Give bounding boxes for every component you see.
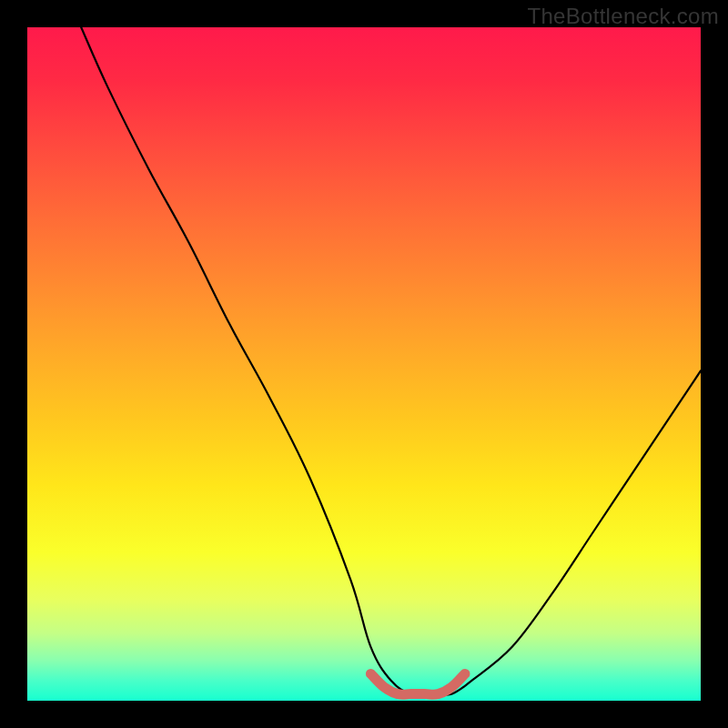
valley-highlight-path [370, 673, 465, 694]
curve-svg [27, 27, 701, 701]
bottleneck-curve-path [81, 27, 701, 695]
watermark-text: TheBottleneck.com [527, 4, 719, 29]
plot-area [27, 27, 701, 701]
chart-frame: TheBottleneck.com [0, 0, 728, 728]
